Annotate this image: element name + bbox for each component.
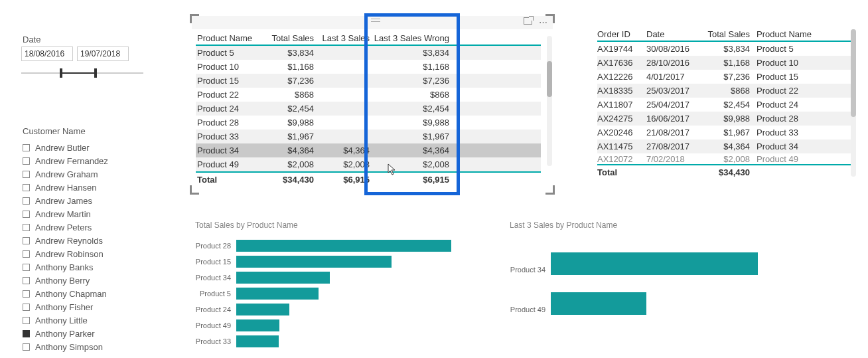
bar-row[interactable]: Product 33 [186, 333, 451, 349]
cell-product: Product 33 [196, 132, 262, 141]
customer-slicer-item[interactable]: Anthony Parker [23, 327, 149, 340]
table-row[interactable]: Product 5$3,834$3,834 [196, 46, 541, 60]
customer-slicer-list[interactable]: Andrew ButlerAndrew FernandezAndrew Grah… [23, 141, 149, 353]
checkbox-icon[interactable] [23, 330, 30, 337]
bar-row[interactable]: Product 24 [186, 302, 451, 317]
scrollbar-thumb[interactable] [547, 61, 552, 97]
customer-slicer-item[interactable]: Andrew James [23, 194, 149, 207]
bar-row[interactable]: Product 34 [186, 270, 451, 286]
resize-handle-bl[interactable] [190, 185, 199, 195]
last-3-sales-bar-chart[interactable]: Product 34Product 49 [510, 250, 788, 329]
bar-row[interactable]: Product 49 [186, 317, 451, 333]
checkbox-icon[interactable] [23, 171, 30, 178]
checkbox-icon[interactable] [23, 343, 30, 351]
cell-date: 28/10/2016 [646, 58, 703, 68]
col-header-product-name[interactable]: Product Name [196, 33, 262, 43]
date-to-input[interactable] [77, 46, 129, 61]
checkbox-icon[interactable] [23, 277, 30, 284]
col-header-last-3-sales[interactable]: Last 3 Sales [314, 33, 370, 43]
table-row[interactable]: Product 28$9,988$9,988 [196, 116, 541, 130]
resize-handle-br[interactable] [545, 185, 555, 195]
customer-slicer-item[interactable]: Anthony Simpson [23, 340, 149, 353]
checkbox-icon[interactable] [23, 184, 30, 191]
table-row[interactable]: AX1974430/08/2016$3,834Product 5 [597, 42, 856, 56]
table-row[interactable]: Product 34$4,364$4,364$4,364 [196, 143, 541, 157]
scrollbar-thumb[interactable] [851, 29, 856, 117]
table-row[interactable]: AX2427516/06/2017$9,988Product 28 [597, 112, 856, 126]
checkbox-icon[interactable] [23, 250, 30, 258]
table-row[interactable]: Product 24$2,454$2,454 [196, 102, 541, 116]
table-row[interactable]: AX1180725/04/2017$2,454Product 24 [597, 98, 856, 112]
customer-slicer-item[interactable]: Andrew Reynolds [23, 234, 149, 247]
col-header-product-name[interactable]: Product Name [750, 29, 823, 39]
bar-fill [236, 335, 279, 347]
cell-total: $1,168 [262, 62, 314, 72]
table-row[interactable]: AX1763628/10/2016$1,168Product 10 [597, 56, 856, 70]
customer-name-label: Anthony Berry [35, 276, 90, 286]
col-header-last-3-sales-wrong[interactable]: Last 3 Sales Wrong [370, 33, 453, 43]
total-sales-bar-chart[interactable]: Product 28Product 15Product 34Product 5P… [186, 238, 451, 349]
checkbox-icon[interactable] [23, 264, 30, 271]
table2-scrollbar[interactable] [851, 29, 856, 177]
more-options-icon[interactable]: ⋯ [539, 17, 547, 27]
slider-handle-end[interactable] [94, 68, 97, 78]
customer-slicer-item[interactable]: Anthony Berry [23, 274, 149, 287]
customer-slicer-item[interactable]: Anthony Little [23, 313, 149, 327]
table-row[interactable]: AX120727/02/2018$2,008Product 49 [597, 153, 856, 164]
customer-slicer-item[interactable]: Andrew Graham [23, 167, 149, 181]
product-summary-table[interactable]: Product Name Total Sales Last 3 Sales La… [196, 33, 541, 185]
bar-row[interactable]: Product 34 [510, 250, 788, 290]
checkbox-icon[interactable] [23, 224, 30, 231]
col-header-total-sales[interactable]: Total Sales [262, 33, 314, 43]
table-row[interactable]: Product 33$1,967$1,967 [196, 130, 541, 143]
customer-slicer-item[interactable]: Andrew Peters [23, 221, 149, 234]
table-row[interactable]: AX122264/01/2017$7,236Product 15 [597, 70, 856, 84]
checkbox-icon[interactable] [23, 290, 30, 298]
checkbox-icon[interactable] [23, 237, 30, 244]
cell-product: Product 15 [750, 72, 823, 82]
bar-row[interactable]: Product 49 [510, 290, 788, 329]
customer-name-label: Anthony Little [35, 315, 88, 325]
date-from-input[interactable] [21, 46, 73, 61]
customer-slicer-item[interactable]: Anthony Fisher [23, 300, 149, 313]
bar-row[interactable]: Product 15 [186, 254, 451, 270]
date-range-slider[interactable] [21, 66, 143, 80]
col-header-total-sales[interactable]: Total Sales [703, 29, 750, 39]
table-row[interactable]: Product 49$2,008$2,008$2,008 [196, 157, 541, 171]
customer-slicer-item[interactable]: Anthony Banks [23, 260, 149, 274]
slider-handle-start[interactable] [60, 68, 62, 78]
checkbox-icon[interactable] [23, 197, 30, 205]
focus-mode-icon[interactable] [524, 17, 532, 25]
customer-slicer-item[interactable]: Andrew Hansen [23, 181, 149, 194]
table-row[interactable]: AX1147527/08/2017$4,364Product 34 [597, 139, 856, 153]
customer-slicer-item[interactable]: Andrew Fernandez [23, 154, 149, 167]
table-row[interactable]: Product 10$1,168$1,168 [196, 60, 541, 74]
checkbox-icon[interactable] [23, 211, 30, 218]
table-row[interactable]: Product 15$7,236$7,236 [196, 74, 541, 88]
col-header-order-id[interactable]: Order ID [597, 29, 646, 39]
order-details-table[interactable]: Order ID Date Total Sales Product Name A… [597, 29, 856, 177]
checkbox-icon[interactable] [23, 317, 30, 324]
customer-slicer-item[interactable]: Andrew Martin [23, 207, 149, 221]
drag-handle-icon[interactable] [371, 19, 380, 24]
cell-product: Product 34 [750, 141, 823, 151]
table-row[interactable]: Product 22$868$868 [196, 88, 541, 102]
checkbox-icon[interactable] [23, 157, 30, 165]
visual-header[interactable]: ⋯ [192, 16, 553, 29]
cell-product: Product 15 [196, 76, 262, 86]
table1-scrollbar[interactable] [547, 36, 552, 166]
product-summary-table-visual[interactable]: ⋯ Product Name Total Sales Last 3 Sales … [192, 16, 553, 193]
checkbox-icon[interactable] [23, 304, 30, 311]
cell-product: Product 10 [750, 58, 823, 68]
customer-slicer-item[interactable]: Andrew Butler [23, 141, 149, 154]
table-row[interactable]: AX2024621/08/2017$1,967Product 33 [597, 126, 856, 139]
cell-total: $7,236 [262, 76, 314, 86]
table-row[interactable]: AX1833525/03/2017$868Product 22 [597, 84, 856, 98]
bar-row[interactable]: Product 5 [186, 286, 451, 302]
checkbox-icon[interactable] [23, 144, 30, 151]
customer-slicer-item[interactable]: Anthony Chapman [23, 287, 149, 300]
col-header-date[interactable]: Date [646, 29, 703, 39]
bar-row[interactable]: Product 28 [186, 238, 451, 254]
customer-slicer-item[interactable]: Andrew Robinson [23, 247, 149, 260]
customer-slicer-label: Customer Name [23, 126, 86, 136]
